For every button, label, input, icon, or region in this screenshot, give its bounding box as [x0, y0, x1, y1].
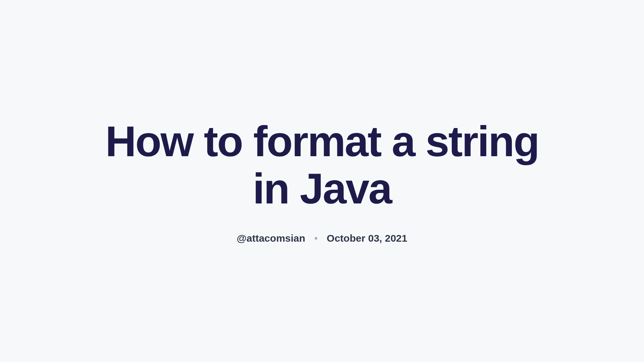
article-meta: @attacomsian October 03, 2021	[101, 233, 543, 244]
author-handle: @attacomsian	[237, 233, 305, 244]
publish-date: October 03, 2021	[327, 233, 407, 244]
article-header: How to format a string in Java @attacoms…	[87, 118, 557, 244]
article-title: How to format a string in Java	[101, 118, 543, 213]
separator-dot	[315, 237, 317, 240]
